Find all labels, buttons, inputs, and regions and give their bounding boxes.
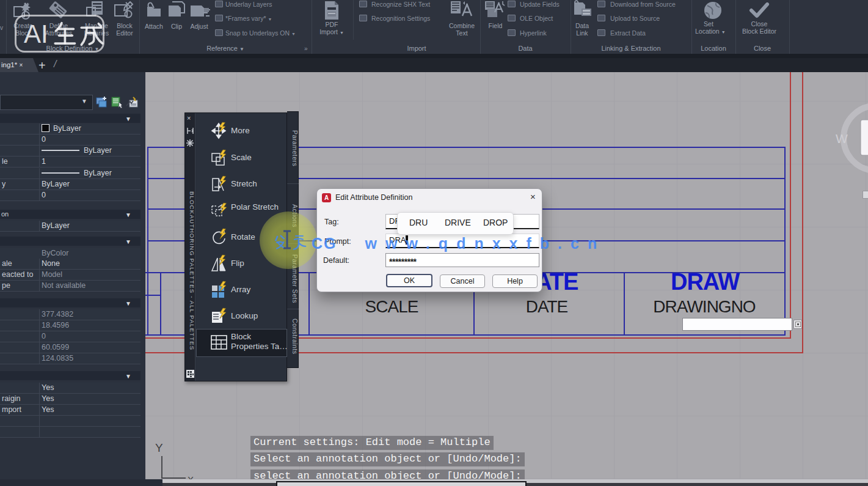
svg-text:W: W bbox=[836, 131, 848, 145]
